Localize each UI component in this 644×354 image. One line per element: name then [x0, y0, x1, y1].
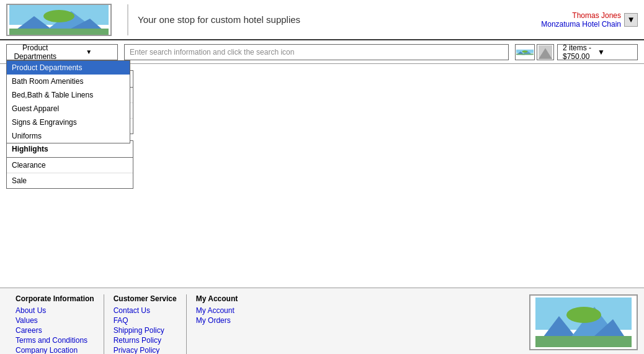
navbar: Product Departments ▼ Product Department… [0, 40, 644, 64]
highlight-sale[interactable]: Sale [7, 173, 133, 188]
footer-col-account: My Account My Account My Orders [187, 294, 267, 326]
svg-rect-11 [516, 53, 534, 55]
footer-customer-title: Customer Service [114, 294, 177, 303]
header-divider [127, 4, 128, 35]
highlight-clearance[interactable]: Clearance [7, 158, 133, 173]
footer-link-location[interactable]: Company Location [16, 346, 94, 354]
dept-dropdown-wrapper: Product Departments ▼ Product Department… [6, 44, 118, 60]
footer-account-title: My Account [196, 294, 258, 303]
header-logo [6, 4, 112, 36]
dropdown-item-bed-bath---table-linens[interactable]: Bed,Bath & Table Linens [7, 88, 130, 102]
footer-link-returns[interactable]: Returns Policy [114, 336, 177, 345]
search-icon-button[interactable] [515, 44, 535, 60]
dept-dropdown-arrow: ▼ [64, 48, 115, 55]
user-dropdown-button[interactable]: ▼ [624, 13, 638, 27]
svg-rect-5 [9, 29, 109, 35]
svg-point-21 [566, 307, 601, 323]
user-company: Monzatuma Hotel Chain [541, 20, 621, 29]
user-details: Thomas Jones Monzatuma Hotel Chain [541, 11, 621, 29]
dropdown-item-guest-apparel[interactable]: Guest Apparel [7, 102, 130, 116]
footer-link-my-account[interactable]: My Account [196, 306, 258, 315]
footer-link-contact[interactable]: Contact Us [114, 306, 177, 315]
footer-link-careers[interactable]: Careers [16, 326, 94, 335]
dropdown-item-uniforms[interactable]: Uniforms [7, 129, 130, 143]
dropdown-item-product-departments[interactable]: Product Departments [7, 61, 130, 75]
footer-link-shipping[interactable]: Shipping Policy [114, 326, 177, 335]
header: Your one stop for custom hotel supplies … [0, 0, 644, 40]
footer-corporate-title: Corporate Information [16, 294, 94, 303]
dept-dropdown-list: Product DepartmentsBath Room AmenitiesBe… [6, 60, 130, 143]
tagline: Your one stop for custom hotel supplies [138, 14, 541, 25]
dept-dropdown-label: Product Departments [10, 43, 61, 61]
footer-col-corporate: Corporate Information About Us Values Ca… [6, 294, 104, 354]
footer-logo [529, 294, 638, 350]
dropdown-item-bath-room-amenities[interactable]: Bath Room Amenities [7, 75, 130, 88]
highlights-box: Highlights Clearance Sale [6, 140, 133, 189]
footer-link-my-orders[interactable]: My Orders [196, 316, 258, 325]
footer-link-about-us[interactable]: About Us [16, 306, 94, 315]
search-icon-button2[interactable] [537, 44, 554, 60]
search-placeholder-text: Enter search information and click the s… [130, 48, 294, 57]
svg-point-12 [522, 50, 528, 53]
svg-point-6 [43, 10, 74, 22]
footer-col-customer: Customer Service Contact Us FAQ Shipping… [104, 294, 187, 354]
dropdown-item-signs---engravings[interactable]: Signs & Engravings [7, 116, 130, 129]
footer-link-faq[interactable]: FAQ [114, 316, 177, 325]
footer-link-terms[interactable]: Terms and Conditions [16, 336, 94, 345]
user-name: Thomas Jones [541, 11, 621, 20]
search-input-display[interactable]: Enter search information and click the s… [124, 44, 509, 60]
dept-dropdown-button[interactable]: Product Departments ▼ [6, 44, 118, 60]
user-info: Thomas Jones Monzatuma Hotel Chain ▼ [541, 11, 638, 29]
svg-rect-20 [535, 336, 632, 347]
main-area [140, 70, 638, 281]
cart-button[interactable]: 2 items - $750.00 ▼ [557, 44, 638, 60]
cart-label: 2 items - $750.00 [563, 43, 597, 61]
footer: Corporate Information About Us Values Ca… [0, 288, 644, 354]
cart-arrow: ▼ [597, 48, 632, 57]
highlights-title: Highlights [7, 141, 133, 158]
footer-link-privacy[interactable]: Privacy Policy [114, 346, 177, 354]
footer-link-values[interactable]: Values [16, 316, 94, 325]
